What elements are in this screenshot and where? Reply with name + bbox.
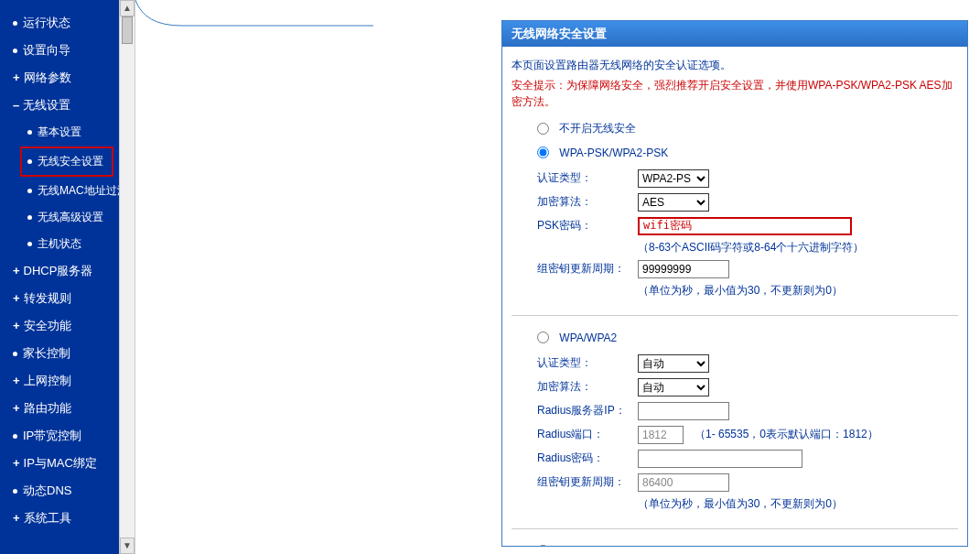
radius-ip-label: Radius服务器IP：: [537, 403, 638, 418]
wpa-encrypt-label: 加密算法：: [537, 379, 638, 395]
sidebar-item-system-tools[interactable]: +系统工具: [0, 505, 119, 532]
psk-label: PSK密码：: [537, 218, 638, 234]
sidebar: 运行状态 设置向导 +网络参数 –无线设置 基本设置 无线安全设置 无线MAC地…: [0, 0, 119, 554]
security-warning: 安全提示：为保障网络安全，强烈推荐开启安全设置，并使用WPA-PSK/WPA2-…: [512, 77, 958, 110]
settings-panel: 无线网络安全设置 本页面设置路由器无线网络的安全认证选项。 安全提示：为保障网络…: [501, 20, 968, 547]
radius-port-hint: （1- 65535，0表示默认端口：1812）: [695, 427, 878, 442]
wpa-auth-select[interactable]: 自动: [638, 354, 709, 373]
radius-pwd-input[interactable]: [638, 450, 802, 468]
sidebar-item-advanced[interactable]: 无线高级设置: [0, 204, 119, 231]
radio-wpapsk[interactable]: [537, 147, 549, 158]
wpapsk-encrypt-select[interactable]: AES: [638, 193, 709, 212]
psk-input[interactable]: [638, 217, 852, 235]
wpa-auth-label: 认证类型：: [537, 355, 638, 371]
radius-pwd-label: Radius密码：: [537, 451, 638, 466]
auth-type-label: 认证类型：: [537, 170, 638, 186]
sidebar-item-forward[interactable]: +转发规则: [0, 285, 119, 312]
scroll-thumb[interactable]: [122, 16, 133, 44]
group-key-label: 组密钥更新周期：: [537, 261, 638, 277]
radio-wep[interactable]: [537, 545, 549, 546]
panel-description: 本页面设置路由器无线网络的安全认证选项。: [512, 58, 958, 73]
wpa-groupkey-label: 组密钥更新周期：: [537, 474, 638, 490]
radio-wpa[interactable]: [537, 331, 549, 343]
radio-disable-security[interactable]: [537, 123, 549, 135]
panel-title: 无线网络安全设置: [502, 21, 967, 47]
sidebar-item-host-status[interactable]: 主机状态: [0, 231, 119, 257]
wpapsk-auth-select[interactable]: WPA2-PS: [638, 169, 709, 188]
sidebar-item-network-params[interactable]: +网络参数: [0, 64, 119, 92]
wpa-groupkey-input[interactable]: [638, 473, 729, 492]
group-key-hint: （单位为秒，最小值为30，不更新则为0）: [638, 283, 958, 299]
sidebar-item-routing[interactable]: +路由功能: [0, 395, 119, 422]
wpapsk-groupkey-input[interactable]: [638, 260, 729, 278]
radio-wpapsk-label: WPA-PSK/WPA2-PSK: [559, 147, 668, 159]
sidebar-item-ip-mac[interactable]: +IP与MAC绑定: [0, 450, 119, 477]
sidebar-item-wireless-security[interactable]: 无线安全设置: [20, 147, 113, 177]
scroll-up-icon[interactable]: ▲: [120, 0, 135, 16]
wpa-encrypt-select[interactable]: 自动: [638, 378, 709, 396]
sidebar-item-setup-wizard[interactable]: 设置向导: [0, 37, 119, 64]
header-curve: [135, 0, 373, 27]
encrypt-label: 加密算法：: [537, 194, 638, 210]
sidebar-item-parental[interactable]: 家长控制: [0, 340, 119, 367]
radio-wpa-label: WPA/WPA2: [559, 331, 617, 344]
scroll-down-icon[interactable]: ▼: [120, 538, 135, 554]
sidebar-item-running-status[interactable]: 运行状态: [0, 9, 119, 37]
sidebar-item-ddns[interactable]: 动态DNS: [0, 477, 119, 505]
wpa-groupkey-hint: （单位为秒，最小值为30，不更新则为0）: [638, 496, 958, 512]
radio-wep-label: WEP: [559, 544, 584, 546]
sidebar-item-bandwidth[interactable]: IP带宽控制: [0, 422, 119, 450]
sidebar-item-security[interactable]: +安全功能: [0, 312, 119, 340]
sidebar-item-dhcp[interactable]: +DHCP服务器: [0, 257, 119, 285]
sidebar-item-access-control[interactable]: +上网控制: [0, 367, 119, 395]
main-content: 无线网络安全设置 本页面设置路由器无线网络的安全认证选项。 安全提示：为保障网络…: [135, 0, 980, 554]
radius-port-input[interactable]: [638, 426, 684, 444]
psk-hint: （8-63个ASCII码字符或8-64个十六进制字符）: [638, 240, 958, 255]
sidebar-item-basic-settings[interactable]: 基本设置: [0, 119, 119, 146]
radius-port-label: Radius端口：: [537, 427, 638, 442]
sidebar-item-wireless[interactable]: –无线设置: [0, 92, 119, 119]
sidebar-scrollbar[interactable]: ▲ ▼: [119, 0, 135, 554]
radio-disable-label: 不开启无线安全: [559, 122, 636, 135]
radius-ip-input[interactable]: [638, 402, 729, 420]
sidebar-item-mac-filter[interactable]: 无线MAC地址过滤: [0, 178, 119, 204]
